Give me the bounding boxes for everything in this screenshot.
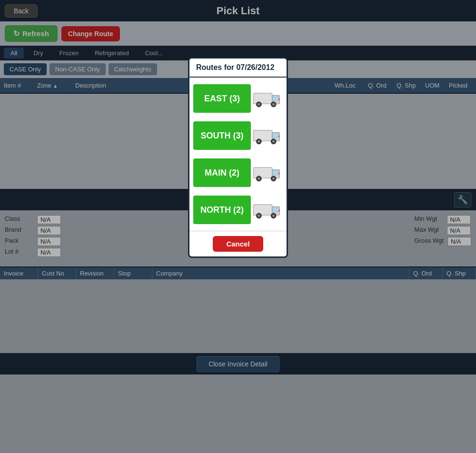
svg-rect-2 (273, 96, 278, 100)
svg-rect-16 (253, 139, 254, 141)
svg-rect-7 (253, 102, 254, 104)
truck-east-icon (251, 83, 283, 114)
truck-north-icon (251, 195, 283, 225)
svg-rect-11 (273, 133, 278, 138)
svg-rect-35 (278, 210, 279, 211)
svg-point-4 (258, 103, 260, 106)
svg-rect-27 (253, 205, 272, 215)
truck-south-icon (251, 120, 283, 151)
svg-rect-18 (253, 167, 272, 178)
svg-point-13 (258, 140, 260, 143)
svg-point-22 (258, 177, 260, 180)
svg-rect-17 (278, 136, 279, 137)
truck-main-icon (251, 158, 283, 188)
route-north-button[interactable]: NORTH (2) (193, 196, 251, 224)
svg-rect-26 (278, 173, 279, 174)
route-east-button[interactable]: EAST (3) (193, 84, 251, 113)
svg-point-15 (272, 140, 275, 143)
svg-point-6 (272, 103, 275, 106)
route-modal: Routes for 07/26/2012 EAST (3) (188, 57, 288, 258)
route-main-button[interactable]: MAIN (2) (193, 158, 251, 187)
cancel-button[interactable]: Cancel (213, 236, 263, 252)
svg-rect-8 (278, 98, 279, 100)
modal-body: EAST (3) SOUTH (3) (189, 78, 287, 231)
svg-rect-34 (253, 214, 254, 215)
list-item[interactable]: NORTH (2) (193, 193, 283, 227)
list-item[interactable]: EAST (3) (193, 81, 283, 116)
route-south-button[interactable]: SOUTH (3) (193, 121, 251, 150)
svg-rect-25 (253, 177, 254, 178)
svg-point-24 (272, 177, 275, 180)
list-item[interactable]: MAIN (2) (193, 156, 283, 190)
modal-title: Routes for 07/26/2012 (189, 59, 287, 78)
svg-rect-29 (273, 207, 278, 212)
svg-rect-0 (253, 93, 272, 104)
modal-footer: Cancel (189, 231, 287, 256)
svg-rect-9 (253, 130, 272, 141)
svg-point-33 (272, 215, 275, 217)
svg-rect-20 (273, 170, 278, 175)
svg-point-31 (258, 215, 260, 217)
modal-overlay: Routes for 07/26/2012 EAST (3) (0, 0, 476, 453)
list-item[interactable]: SOUTH (3) (193, 118, 283, 153)
